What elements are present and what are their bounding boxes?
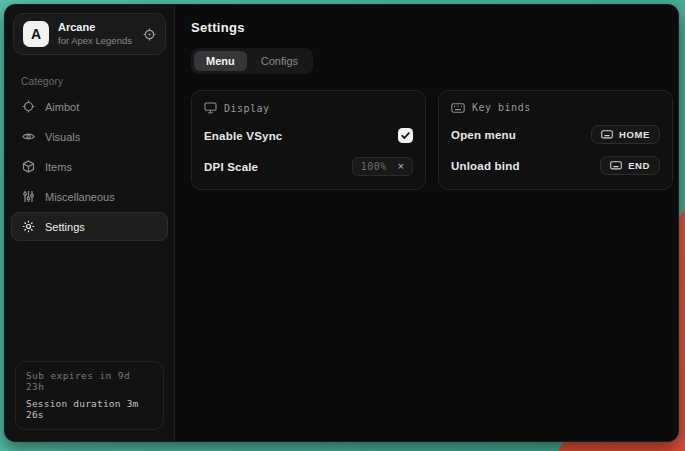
brand-subtitle: for Apex Legends <box>58 36 132 46</box>
display-card-header: Display <box>204 102 413 114</box>
target-icon[interactable] <box>143 28 156 41</box>
brand-logo: A <box>23 21 49 47</box>
category-nav: Aimbot Visuals <box>5 92 174 242</box>
brand-text: Arcane for Apex Legends <box>58 21 132 47</box>
sidebar-item-visuals[interactable]: Visuals <box>11 122 168 151</box>
sidebar-item-label: Aimbot <box>45 101 79 113</box>
dpi-scale-value: 100% <box>361 161 387 172</box>
sliders-icon <box>22 190 35 203</box>
crosshair-icon <box>22 100 35 113</box>
open-menu-row: Open menu HOME <box>451 125 660 144</box>
gear-icon <box>22 220 35 233</box>
keybinds-card: Key binds Open menu HOME <box>438 90 673 190</box>
page-title: Settings <box>191 20 673 35</box>
open-menu-keybind-button[interactable]: HOME <box>591 125 660 144</box>
cube-icon <box>22 160 35 173</box>
vsync-checkbox[interactable] <box>398 128 413 143</box>
eye-icon <box>22 130 35 143</box>
keyboard-icon <box>601 130 613 139</box>
tab-configs[interactable]: Configs <box>249 51 310 71</box>
dpi-row: DPI Scale 100% × <box>204 157 413 176</box>
display-card: Display Enable VSync DPI Scale 100% × <box>191 90 426 190</box>
dpi-scale-input[interactable]: 100% × <box>352 157 413 176</box>
sidebar: A Arcane for Apex Legends Category <box>5 5 175 441</box>
open-menu-key: HOME <box>619 129 650 140</box>
unload-bind-row: Unload bind END <box>451 156 660 175</box>
clear-icon[interactable]: × <box>398 161 404 172</box>
unload-keybind-button[interactable]: END <box>600 156 660 175</box>
keybinds-card-title: Key binds <box>472 102 531 113</box>
keybinds-card-header: Key binds <box>451 102 660 113</box>
session-duration-text: Session duration 3m 26s <box>26 398 153 420</box>
keyboard-icon <box>451 103 465 113</box>
sidebar-item-settings[interactable]: Settings <box>11 212 168 241</box>
arcane-app-window: A Arcane for Apex Legends Category <box>4 4 679 442</box>
sidebar-spacer <box>5 242 174 353</box>
monitor-icon <box>204 102 217 114</box>
brand-title: Arcane <box>58 21 132 33</box>
dpi-label: DPI Scale <box>204 161 258 173</box>
vsync-label: Enable VSync <box>204 130 282 142</box>
main-content: Settings Menu Configs Display <box>175 5 679 441</box>
open-menu-label: Open menu <box>451 129 516 141</box>
unload-bind-label: Unload bind <box>451 160 520 172</box>
sub-expires-text: Sub expires in 9d 23h <box>26 370 153 392</box>
subscription-info-card: Sub expires in 9d 23h Session duration 3… <box>15 361 164 430</box>
sidebar-item-miscellaneous[interactable]: Miscellaneous <box>11 182 168 211</box>
unload-key: END <box>628 160 650 171</box>
settings-cards-row: Display Enable VSync DPI Scale 100% × <box>191 90 673 190</box>
sidebar-item-label: Visuals <box>45 131 80 143</box>
keyboard-icon <box>610 161 622 170</box>
display-card-title: Display <box>224 103 270 114</box>
brand-card: A Arcane for Apex Legends <box>13 13 166 55</box>
category-label: Category <box>21 76 174 87</box>
tab-menu[interactable]: Menu <box>194 51 247 71</box>
sidebar-item-label: Miscellaneous <box>45 191 115 203</box>
vsync-row: Enable VSync <box>204 126 413 145</box>
sidebar-item-label: Settings <box>45 221 85 233</box>
settings-tabbar: Menu Configs <box>191 48 313 74</box>
sidebar-item-aimbot[interactable]: Aimbot <box>11 92 168 121</box>
sidebar-item-items[interactable]: Items <box>11 152 168 181</box>
sidebar-item-label: Items <box>45 161 72 173</box>
